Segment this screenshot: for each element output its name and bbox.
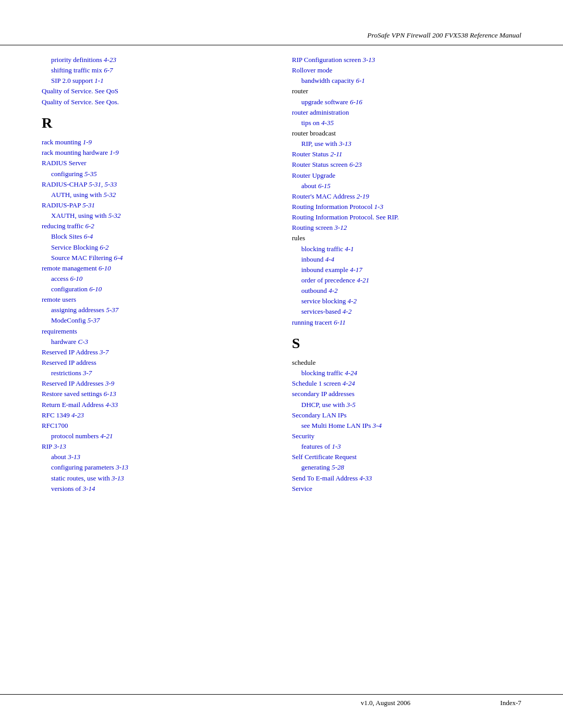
list-item: Schedule 1 screen 4-24	[292, 378, 521, 389]
list-item: versions of 3-14	[42, 484, 271, 494]
content-area: priority definitions 4-23 shifting traff…	[0, 55, 563, 494]
list-item: about 3-13	[42, 452, 271, 462]
pre-r-entries: priority definitions 4-23 shifting traff…	[42, 55, 271, 107]
section-r-entries: rack mounting 1-9 rack mounting hardware…	[42, 137, 271, 494]
list-item: rack mounting hardware 1-9	[42, 147, 271, 158]
list-item: router	[292, 86, 521, 96]
list-item: configuring 5-35	[42, 169, 271, 179]
list-item: RFC 1349 4-23	[42, 410, 271, 421]
list-item: Quality of Service. See Qos.	[42, 97, 271, 107]
list-item: configuration 6-10	[42, 284, 271, 294]
list-item: requirements	[42, 326, 271, 337]
list-item: outbound 4-2	[292, 286, 521, 296]
header-title: ProSafe VPN Firewall 200 FVX538 Referenc…	[368, 31, 521, 40]
list-item: tips on 4-35	[292, 118, 521, 128]
list-item: Source MAC Filtering 6-4	[42, 253, 271, 263]
list-item: Return E-mail Address 4-33	[42, 400, 271, 410]
footer-version: v1.0, August 2006	[271, 699, 500, 707]
list-item: router broadcast	[292, 128, 521, 139]
list-item: schedule	[292, 357, 521, 368]
list-item: static routes, use with 3-13	[42, 473, 271, 484]
list-item: AUTH, using with 5-32	[42, 190, 271, 200]
list-item: assigning addresses 5-37	[42, 305, 271, 315]
list-item: blocking traffic 4-1	[292, 244, 521, 254]
list-item: running tracert 6-11	[292, 317, 521, 328]
r-continued-entries: RIP Configuration screen 3-13 Rollover m…	[292, 55, 521, 328]
list-item: Restore saved settings 6-13	[42, 389, 271, 399]
page: ProSafe VPN Firewall 200 FVX538 Referenc…	[0, 0, 563, 728]
list-item: protocol numbers 4-21	[42, 431, 271, 441]
list-item: Quality of Service. See QoS	[42, 86, 271, 96]
list-item: Router's MAC Address 2-19	[292, 191, 521, 202]
list-item: Reserved IP address	[42, 357, 271, 368]
list-item: configuring parameters 3-13	[42, 462, 271, 473]
page-header: ProSafe VPN Firewall 200 FVX538 Referenc…	[0, 31, 563, 45]
list-item: Self Certificate Request	[292, 452, 521, 462]
list-item: service blocking 4-2	[292, 296, 521, 306]
list-item: Rollover mode	[292, 65, 521, 76]
list-item: Service Blocking 6-2	[42, 242, 271, 253]
list-item: Secondary LAN IPs	[292, 410, 521, 421]
list-item: order of precedence 4-21	[292, 275, 521, 286]
list-item: ModeConfig 5-37	[42, 315, 271, 326]
list-item: rules	[292, 233, 521, 243]
list-item: reducing traffic 6-2	[42, 221, 271, 231]
list-item: rack mounting 1-9	[42, 137, 271, 147]
list-item: Routing Information Protocol. See RIP.	[292, 212, 521, 223]
list-item: features of 1-3	[292, 441, 521, 452]
list-item: RIP Configuration screen 3-13	[292, 55, 521, 65]
list-item: Router Status 2-11	[292, 149, 521, 159]
section-r-letter: R	[42, 112, 271, 134]
list-item: remote users	[42, 294, 271, 305]
list-item: access 6-10	[42, 274, 271, 284]
list-item: upgrade software 6-16	[292, 97, 521, 107]
left-column: priority definitions 4-23 shifting traff…	[42, 55, 271, 494]
list-item: Router Status screen 6-23	[292, 159, 521, 170]
list-item: restrictions 3-7	[42, 368, 271, 378]
right-column: RIP Configuration screen 3-13 Rollover m…	[292, 55, 521, 494]
list-item: RADIUS-CHAP 5-31, 5-33	[42, 179, 271, 190]
list-item: RFC1700	[42, 421, 271, 431]
list-item: inbound example 4-17	[292, 265, 521, 275]
footer-page: Index-7	[500, 699, 521, 707]
list-item: blocking traffic 4-24	[292, 368, 521, 378]
list-item: Security	[292, 431, 521, 441]
list-item: XAUTH, using with 5-32	[42, 211, 271, 221]
list-item: inbound 4-4	[292, 254, 521, 265]
list-item: Routing Information Protocol 1-3	[292, 202, 521, 212]
page-footer: v1.0, August 2006 Index-7	[0, 694, 563, 707]
list-item: hardware C-3	[42, 337, 271, 347]
list-item: about 6-15	[292, 181, 521, 191]
list-item: remote management 6-10	[42, 263, 271, 274]
list-item: RADIUS-PAP 5-31	[42, 200, 271, 211]
list-item: Reserved IP Addresses 3-9	[42, 378, 271, 389]
list-item: Reserved IP Address 3-7	[42, 347, 271, 357]
list-item: Service	[292, 484, 521, 494]
list-item: secondary IP addresses	[292, 389, 521, 399]
section-s-letter: S	[292, 332, 521, 354]
list-item: RADIUS Server	[42, 158, 271, 168]
list-item: RIP, use with 3-13	[292, 139, 521, 149]
list-item: DHCP, use with 3-5	[292, 400, 521, 410]
list-item: services-based 4-2	[292, 306, 521, 317]
list-item: Send To E-mail Address 4-33	[292, 473, 521, 484]
list-item: RIP 3-13	[42, 441, 271, 452]
list-item: generating 5-28	[292, 462, 521, 473]
list-item: priority definitions 4-23	[42, 55, 271, 65]
list-item: SIP 2.0 support 1-1	[42, 76, 271, 86]
section-s-entries: schedule blocking traffic 4-24 Schedule …	[292, 357, 521, 494]
list-item: bandwidth capacity 6-1	[292, 76, 521, 86]
list-item: router administration	[292, 107, 521, 118]
list-item: shifting traffic mix 6-7	[42, 65, 271, 76]
list-item: Routing screen 3-12	[292, 223, 521, 233]
list-item: Router Upgrade	[292, 170, 521, 181]
list-item: Block Sites 6-4	[42, 231, 271, 242]
list-item: see Multi Home LAN IPs 3-4	[292, 421, 521, 431]
